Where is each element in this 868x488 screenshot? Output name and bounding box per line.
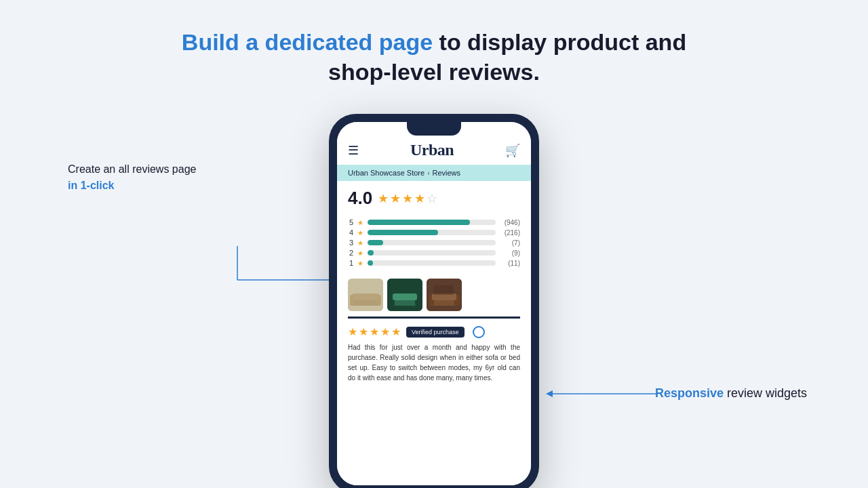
star-2: ★	[390, 191, 401, 206]
thumbnail-3[interactable]	[427, 279, 462, 311]
verified-badge: Verified purchase	[406, 327, 465, 338]
review-text: Had this for just over a month and happy…	[348, 342, 520, 383]
bar-count-3: (7)	[500, 239, 520, 247]
review-star-3: ★	[370, 325, 379, 338]
bar-track-3	[368, 240, 496, 245]
bar-label-5: 5	[348, 218, 353, 226]
thumbnail-2[interactable]	[387, 279, 422, 311]
breadcrumb-page[interactable]: Reviews	[432, 169, 460, 177]
review-star-2: ★	[359, 325, 368, 338]
review-dot	[473, 326, 485, 338]
right-annotation-highlight: Responsive	[655, 386, 724, 400]
phone-notch	[407, 122, 461, 136]
bar-star-4: ★	[357, 229, 363, 237]
thumbnail-1[interactable]	[348, 279, 383, 311]
phone-screen: ☰ Urban 🛒 Urban Showcase Store › Reviews…	[337, 122, 531, 485]
bar-row-5: 5 ★ (946)	[348, 218, 520, 226]
thumbnail-3-image	[427, 279, 462, 311]
right-annotation-rest: review widgets	[724, 386, 807, 400]
bar-row-1: 1 ★ (11)	[348, 259, 520, 267]
review-item: ★ ★ ★ ★ ★ Verified purchase Had this for…	[337, 319, 531, 485]
bar-star-2: ★	[357, 249, 363, 257]
thumbnail-2-image	[387, 279, 422, 311]
store-name: Urban	[410, 141, 454, 159]
left-annotation-line1: Create an all reviews page	[68, 161, 196, 178]
bar-count-5: (946)	[500, 219, 520, 226]
bar-fill-5	[368, 220, 470, 225]
bar-fill-3	[368, 240, 383, 245]
svg-marker-20	[546, 390, 553, 397]
star-5-empty: ☆	[427, 191, 437, 206]
rating-score: 4.0	[348, 188, 372, 209]
star-4: ★	[414, 191, 425, 206]
bar-fill-2	[368, 250, 374, 256]
star-1: ★	[378, 191, 389, 206]
headline-highlight: Build a dedicated page	[182, 29, 433, 55]
phone-mockup: ☰ Urban 🛒 Urban Showcase Store › Reviews…	[329, 114, 539, 488]
svg-rect-18	[433, 285, 454, 295]
content-area: Create an all reviews page in 1-click ☰ …	[0, 107, 868, 488]
bar-star-3: ★	[357, 239, 363, 247]
review-stars-row: ★ ★ ★ ★ ★ Verified purchase	[348, 325, 520, 338]
thumbnail-1-image	[348, 279, 383, 311]
breadcrumb: Urban Showcase Store › Reviews	[337, 165, 531, 181]
rating-bars: 5 ★ (946) 4 ★ (216)	[337, 218, 531, 274]
svg-rect-3	[348, 279, 383, 311]
bar-row-3: 3 ★ (7)	[348, 239, 520, 247]
overall-rating-row: 4.0 ★ ★ ★ ★ ☆	[348, 188, 520, 209]
svg-rect-4	[351, 298, 380, 306]
review-star-4: ★	[380, 325, 390, 338]
svg-rect-12	[393, 293, 417, 300]
review-stars: ★ ★ ★ ★ ★	[348, 325, 401, 338]
breadcrumb-separator: ›	[427, 169, 429, 177]
bar-track-4	[368, 230, 496, 235]
bar-label-1: 1	[348, 259, 353, 267]
bar-star-5: ★	[357, 219, 363, 226]
bar-label-4: 4	[348, 228, 353, 237]
photo-row	[337, 274, 531, 317]
bar-star-1: ★	[357, 260, 363, 267]
right-annotation: Responsive review widgets	[655, 385, 807, 402]
bar-label-3: 3	[348, 239, 353, 247]
main-headline: Build a dedicated page to display produc…	[182, 27, 686, 87]
bar-row-2: 2 ★ (9)	[348, 249, 520, 257]
bar-track-1	[368, 260, 496, 266]
menu-icon[interactable]: ☰	[348, 143, 359, 158]
bar-count-2: (9)	[500, 249, 520, 257]
bar-fill-4	[368, 230, 438, 235]
bar-track-5	[368, 220, 496, 225]
bar-count-1: (11)	[500, 260, 520, 267]
left-annotation-line2: in 1-click	[68, 178, 196, 194]
headline-part2: to display product and	[433, 29, 686, 55]
page-wrapper: Build a dedicated page to display produc…	[0, 0, 868, 488]
right-annotation-text: Responsive review widgets	[655, 385, 807, 402]
bar-fill-1	[368, 260, 373, 266]
star-3: ★	[402, 191, 413, 206]
svg-rect-5	[350, 295, 355, 306]
svg-rect-7	[353, 293, 378, 300]
cart-icon[interactable]: 🛒	[505, 143, 520, 158]
bar-count-4: (216)	[500, 229, 520, 237]
headline-part3: shop-level reviews.	[328, 59, 540, 85]
left-annotation: Create an all reviews page in 1-click	[68, 161, 196, 194]
bar-row-4: 4 ★ (216)	[348, 228, 520, 237]
svg-rect-6	[376, 295, 381, 306]
bar-label-2: 2	[348, 249, 353, 257]
review-star-5: ★	[391, 325, 401, 338]
breadcrumb-store[interactable]: Urban Showcase Store	[348, 169, 425, 177]
bar-track-2	[368, 250, 496, 256]
review-star-1: ★	[348, 325, 357, 338]
rating-stars: ★ ★ ★ ★ ☆	[378, 191, 437, 206]
overall-rating-section: 4.0 ★ ★ ★ ★ ☆	[337, 181, 531, 218]
